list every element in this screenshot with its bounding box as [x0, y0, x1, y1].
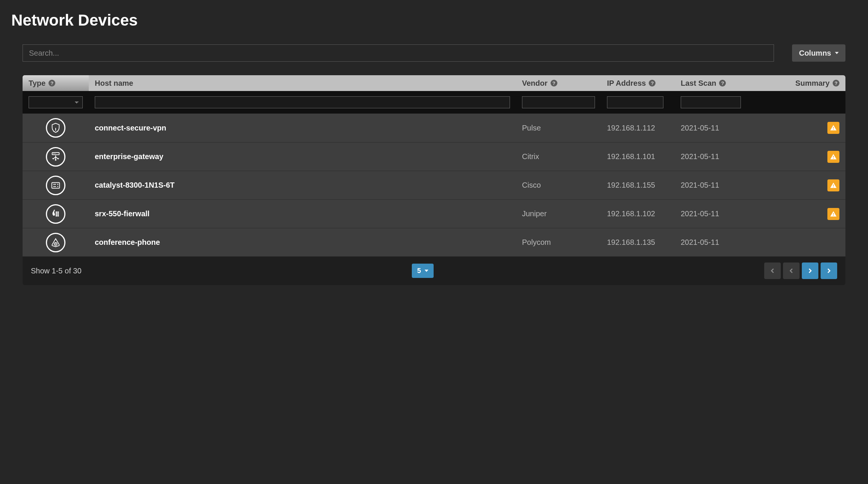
svg-rect-22	[58, 213, 59, 215]
cell-vendor: Citrix	[516, 152, 601, 161]
page-root: Network Devices Columns Type ? Host name…	[0, 0, 868, 300]
svg-rect-23	[56, 215, 57, 216]
firewall-icon	[46, 204, 65, 224]
toolbar: Columns	[11, 44, 857, 62]
filter-ip-input[interactable]	[607, 96, 663, 108]
help-icon[interactable]: ?	[49, 80, 55, 86]
table-row[interactable]: srx-550-fierwallJuniper192.168.1.1022021…	[23, 199, 845, 228]
switch-icon	[46, 176, 65, 195]
svg-point-9	[55, 153, 55, 154]
warning-icon[interactable]	[827, 208, 839, 220]
svg-point-1	[53, 131, 54, 132]
help-icon[interactable]: ?	[833, 80, 839, 86]
svg-point-3	[56, 131, 57, 132]
cell-summary	[782, 151, 845, 163]
phone-icon	[46, 233, 65, 252]
column-header-hostname[interactable]: Host name	[89, 75, 516, 91]
first-page-button[interactable]	[764, 262, 781, 279]
warning-icon[interactable]	[827, 151, 839, 163]
table-footer: Show 1-5 of 30 5	[23, 256, 845, 285]
column-header-vendor[interactable]: Vendor ?	[516, 75, 601, 91]
chevron-down-icon	[835, 52, 839, 54]
column-header-ip[interactable]: IP Address ?	[601, 75, 675, 91]
cell-summary	[782, 179, 845, 191]
cell-vendor: Cisco	[516, 181, 601, 190]
help-icon[interactable]: ?	[551, 80, 557, 86]
svg-point-15	[57, 184, 58, 185]
chevron-left-icon	[770, 268, 775, 273]
cell-ip: 192.168.1.101	[601, 152, 675, 161]
warning-icon[interactable]	[827, 122, 839, 134]
svg-rect-12	[52, 182, 60, 188]
svg-point-2	[54, 131, 55, 132]
cell-ip: 192.168.1.102	[601, 209, 675, 218]
svg-point-28	[55, 243, 56, 244]
help-icon[interactable]: ?	[719, 80, 726, 86]
cell-hostname: srx-550-fierwall	[89, 209, 516, 218]
filter-lastscan-input[interactable]	[681, 96, 741, 108]
cell-type	[23, 204, 89, 224]
svg-rect-10	[833, 156, 834, 157]
page-size-value: 5	[417, 267, 421, 275]
cell-lastscan: 2021-05-11	[675, 152, 782, 161]
table-row[interactable]: conference-phonePolycom192.168.1.1352021…	[23, 228, 845, 256]
cell-hostname: catalyst-8300-1N1S-6T	[89, 181, 516, 190]
table-row[interactable]: enterprise-gatewayCitrix192.168.1.101202…	[23, 142, 845, 171]
last-page-button[interactable]	[821, 262, 837, 279]
pager	[764, 262, 837, 279]
prev-page-button[interactable]	[783, 262, 800, 279]
cell-vendor: Pulse	[516, 124, 601, 132]
cell-lastscan: 2021-05-11	[675, 181, 782, 190]
svg-rect-21	[56, 213, 57, 215]
filter-row	[23, 91, 845, 114]
search-input[interactable]	[23, 44, 774, 62]
svg-rect-18	[833, 187, 834, 187]
svg-rect-26	[833, 215, 834, 216]
table-header-row: Type ? Host name Vendor ? IP Address ? L…	[23, 75, 845, 91]
gateway-icon	[46, 147, 65, 167]
svg-point-8	[53, 153, 54, 154]
filter-vendor-input[interactable]	[522, 96, 595, 108]
cell-lastscan: 2021-05-11	[675, 238, 782, 247]
svg-rect-20	[58, 211, 59, 213]
cell-vendor: Juniper	[516, 209, 601, 218]
column-header-type[interactable]: Type ?	[23, 75, 89, 91]
showing-count: Show 1-5 of 30	[31, 267, 82, 275]
svg-point-4	[58, 131, 58, 132]
cell-lastscan: 2021-05-11	[675, 209, 782, 218]
table-row[interactable]: connect-secure-vpnPulse192.168.1.1122021…	[23, 114, 845, 142]
chevron-down-icon	[425, 270, 428, 272]
page-title: Network Devices	[11, 11, 857, 29]
help-icon[interactable]: ?	[649, 80, 656, 86]
cell-ip: 192.168.1.135	[601, 238, 675, 247]
columns-button[interactable]: Columns	[792, 44, 845, 62]
warning-icon[interactable]	[827, 179, 839, 191]
cell-summary	[782, 122, 845, 134]
cell-summary	[782, 208, 845, 220]
svg-rect-19	[56, 211, 57, 213]
cell-type	[23, 233, 89, 252]
cell-type	[23, 118, 89, 138]
next-page-button[interactable]	[802, 262, 818, 279]
page-size-button[interactable]: 5	[412, 264, 434, 278]
cell-hostname: connect-secure-vpn	[89, 124, 516, 132]
cell-type	[23, 147, 89, 167]
cell-ip: 192.168.1.155	[601, 181, 675, 190]
svg-rect-25	[833, 213, 834, 214]
column-header-summary[interactable]: Summary ?	[782, 75, 845, 91]
svg-rect-5	[833, 127, 834, 129]
filter-type-select[interactable]	[29, 96, 83, 108]
svg-rect-17	[833, 184, 834, 186]
table-body: connect-secure-vpnPulse192.168.1.1122021…	[23, 114, 845, 256]
filter-hostname-input[interactable]	[95, 96, 510, 108]
svg-rect-24	[58, 215, 59, 216]
svg-rect-11	[833, 158, 834, 159]
cell-lastscan: 2021-05-11	[675, 124, 782, 132]
chevron-right-icon	[807, 268, 813, 273]
cell-hostname: conference-phone	[89, 238, 516, 247]
svg-rect-6	[833, 129, 834, 130]
cell-hostname: enterprise-gateway	[89, 152, 516, 161]
svg-point-16	[57, 186, 58, 187]
table-row[interactable]: catalyst-8300-1N1S-6TCisco192.168.1.1552…	[23, 171, 845, 199]
column-header-lastscan[interactable]: Last Scan ?	[675, 75, 782, 91]
